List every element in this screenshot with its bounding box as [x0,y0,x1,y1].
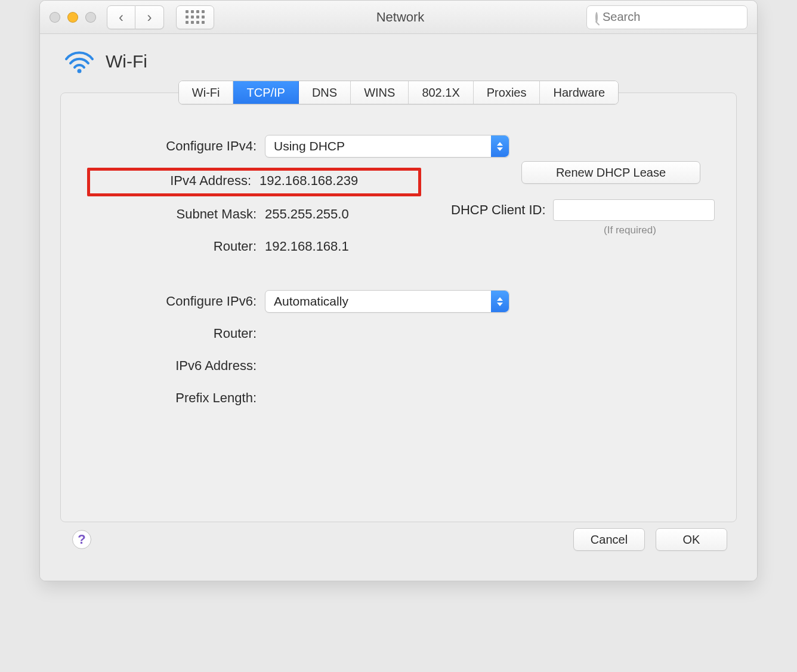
router-ipv4-label: Router: [89,239,257,254]
tab-tcpip[interactable]: TCP/IP [233,81,298,104]
nav-buttons: ‹ › [107,5,164,29]
content-area: Wi-Fi Wi-Fi TCP/IP DNS WINS 802.1X Proxi… [40,34,757,581]
panel-heading: Wi-Fi [60,50,737,73]
configure-ipv6-value: Automatically [274,294,348,309]
tab-dns[interactable]: DNS [299,81,351,104]
ipv4-address-highlight: IPv4 Address: 192.168.168.239 [87,168,421,196]
help-button[interactable]: ? [72,530,91,549]
tabs: Wi-Fi TCP/IP DNS WINS 802.1X Proxies Har… [178,81,619,104]
subnet-mask-label: Subnet Mask: [89,206,257,222]
dhcp-client-id-input[interactable] [553,199,715,221]
select-stepper-icon [491,135,509,157]
configure-ipv6-select[interactable]: Automatically [265,290,509,313]
chevron-left-icon: ‹ [119,9,123,26]
row-configure-ipv6: Configure IPv6: Automatically [89,285,708,317]
window-controls [50,12,96,23]
back-button[interactable]: ‹ [107,5,135,29]
minimize-window-button[interactable] [67,12,78,23]
tab-wifi[interactable]: Wi-Fi [179,81,234,104]
ipv4-address-value: 192.168.168.239 [260,173,412,189]
tab-wins[interactable]: WINS [351,81,409,104]
tab-8021x[interactable]: 802.1X [409,81,473,104]
dhcp-side-column: Renew DHCP Lease [521,161,700,184]
titlebar: ‹ › Network [40,1,757,34]
window-title: Network [220,10,580,25]
svg-point-0 [78,69,82,73]
dhcp-client-id-label: DHCP Client ID: [451,202,546,218]
dhcp-client-id-hint: (If required) [552,224,708,236]
close-window-button[interactable] [50,12,60,23]
tab-hardware[interactable]: Hardware [540,81,618,104]
router-ipv6-label: Router: [89,326,257,341]
wifi-icon [64,50,95,73]
router-ipv4-value: 192.168.168.1 [265,239,511,254]
row-configure-ipv4: Configure IPv4: Using DHCP [89,130,708,162]
prefix-length-label: Prefix Length: [89,390,257,406]
heading-title: Wi-Fi [106,51,147,72]
tab-bar: Wi-Fi TCP/IP DNS WINS 802.1X Proxies Har… [60,81,737,104]
row-router-ipv6: Router: [89,317,708,350]
tcpip-panel: Configure IPv4: Using DHCP Renew DHCP Le… [60,93,737,522]
search-field[interactable] [586,5,747,29]
tab-proxies[interactable]: Proxies [474,81,540,104]
footer: ? Cancel OK [60,522,737,564]
ipv6-address-label: IPv6 Address: [89,358,257,374]
dhcp-client-id-group: DHCP Client ID: (If required) [451,186,708,236]
show-all-prefs-button[interactable] [176,5,214,29]
select-stepper-icon [491,291,509,312]
configure-ipv4-select[interactable]: Using DHCP [265,135,509,158]
network-prefs-window: ‹ › Network [39,0,758,581]
forward-button[interactable]: › [135,5,164,29]
configure-ipv4-value: Using DHCP [274,139,345,153]
configure-ipv4-label: Configure IPv4: [89,138,257,154]
search-input[interactable] [603,10,753,24]
row-ipv6-address: IPv6 Address: [89,350,708,382]
configure-ipv6-label: Configure IPv6: [89,294,257,309]
cancel-button[interactable]: Cancel [573,528,645,551]
chevron-right-icon: › [147,9,152,26]
ok-button[interactable]: OK [656,528,727,551]
ipv4-address-label: IPv4 Address: [90,173,251,189]
row-prefix-length: Prefix Length: [89,382,708,414]
grid-icon [186,10,205,24]
renew-dhcp-lease-button[interactable]: Renew DHCP Lease [521,161,700,184]
zoom-window-button[interactable] [85,12,96,23]
search-icon [595,12,598,23]
ipv6-section: Configure IPv6: Automatically Router: [89,285,708,414]
